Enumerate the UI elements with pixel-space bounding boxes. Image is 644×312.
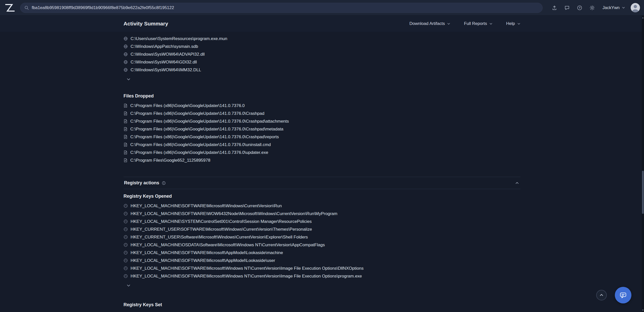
full-reports-menu[interactable]: Full Reports [464, 21, 493, 26]
registry-key-row[interactable]: HKEY_LOCAL_MACHINE\SOFTWARE\Microsoft\Wi… [124, 264, 520, 272]
files-dropped-list: C:\Program Files (x86)\Google\GoogleUpda… [124, 102, 520, 164]
registry-key-row[interactable]: HKEY_LOCAL_MACHINE\SYSTEM\ControlSet001\… [124, 218, 520, 225]
registry-key-row[interactable]: HKEY_LOCAL_MACHINE\SOFTWARE\Microsoft\Ap… [124, 249, 520, 257]
chevron-down-icon [127, 284, 131, 288]
registry-icon [124, 274, 128, 278]
registry-key-row[interactable]: HKEY_LOCAL_MACHINE\SOFTWARE\Microsoft\Wi… [124, 272, 520, 280]
dropped-file-path: C:\Program Files (x86)\Google\GoogleUpda… [130, 103, 245, 108]
dropped-file-row[interactable]: C:\Program Files (x86)\Google\GoogleUpda… [124, 110, 520, 117]
upload-button[interactable] [550, 3, 559, 13]
svg-text:?: ? [579, 6, 581, 9]
registry-key-row[interactable]: HKEY_LOCAL_MACHINE\OSDATA\Software\Micro… [124, 241, 520, 249]
registry-key-path: HKEY_CURRENT_USER\Software\Microsoft\Win… [131, 235, 308, 240]
file-path-row[interactable]: C:\Windows\SysWOW64\IMM32.DLL [124, 66, 520, 74]
help-menu-label: Help [506, 21, 515, 26]
chevron-up-icon [515, 181, 519, 185]
file-path-row[interactable]: C:\Windows\SysWOW64\ADVAPI32.dll [124, 50, 520, 58]
globe-icon [124, 60, 128, 64]
chevron-down-icon [127, 77, 131, 81]
dropped-file-row[interactable]: C:\Program Files\Google652_1125895978 [124, 156, 520, 164]
download-artifacts-menu[interactable]: Download Artifacts [410, 21, 451, 26]
registry-key-path: HKEY_LOCAL_MACHINE\SOFTWARE\Microsoft\Ap… [131, 250, 283, 255]
registry-key-row[interactable]: HKEY_CURRENT_USER\SOFTWARE\Microsoft\Win… [124, 225, 520, 233]
dropped-file-path: C:\Program Files (x86)\Google\GoogleUpda… [130, 127, 284, 132]
page-scrollbar[interactable]: ▴ ▾ [642, 16, 644, 312]
scrollbar-down-arrow[interactable]: ▾ [642, 309, 644, 311]
chevron-down-icon [447, 22, 450, 25]
registry-keys-opened-heading: Registry Keys Opened [124, 194, 520, 199]
dropped-file-path: C:\Program Files (x86)\Google\GoogleUpda… [130, 142, 271, 147]
globe-icon [124, 44, 128, 49]
registry-key-path: HKEY_LOCAL_MACHINE\SOFTWARE\Microsoft\Wi… [131, 203, 282, 209]
expand-files-accessed-button[interactable] [125, 76, 133, 82]
search-icon [24, 6, 29, 10]
registry-key-row[interactable]: HKEY_CURRENT_USER\Software\Microsoft\Win… [124, 233, 520, 241]
question-icon: ? [577, 5, 582, 11]
chat-button[interactable] [615, 287, 631, 303]
registry-keys-set-heading: Registry Keys Set [124, 302, 520, 307]
registry-key-row[interactable]: HKEY_LOCAL_MACHINE\SOFTWARE\Microsoft\Ap… [124, 257, 520, 264]
file-icon [124, 127, 128, 131]
logo-icon [5, 4, 15, 12]
file-path-row[interactable]: C:\Windows\AppPatch\sysmain.sdb [124, 43, 520, 50]
dropped-file-row[interactable]: C:\Program Files (x86)\Google\GoogleUpda… [124, 149, 520, 156]
upload-icon [552, 5, 557, 11]
report-content: C:\Users\user\SystemResources\program.ex… [124, 32, 520, 312]
download-artifacts-label: Download Artifacts [410, 21, 445, 26]
registry-icon [124, 251, 128, 255]
avatar[interactable] [631, 3, 640, 12]
registry-icon [124, 258, 128, 263]
chevron-down-icon [517, 22, 520, 25]
search-input[interactable] [32, 5, 538, 10]
activity-summary-header: Activity Summary Download Artifacts Full… [0, 16, 644, 32]
info-icon[interactable] [162, 181, 166, 185]
registry-key-path: HKEY_LOCAL_MACHINE\SOFTWARE\Microsoft\Ap… [131, 258, 275, 263]
registry-keys-opened-list: HKEY_LOCAL_MACHINE\SOFTWARE\Microsoft\Wi… [124, 202, 520, 280]
dropped-file-path: C:\Program Files (x86)\Google\GoogleUpda… [130, 150, 268, 155]
file-path-row[interactable]: C:\Windows\SysWOW64\GDI32.dll [124, 58, 520, 66]
username-label: JackYwn [602, 5, 620, 10]
user-menu[interactable]: JackYwn [600, 5, 628, 10]
file-icon [124, 158, 128, 162]
app-logo[interactable] [4, 3, 16, 13]
registry-icon [124, 212, 128, 216]
scrollbar-thumb[interactable] [642, 171, 644, 214]
chevron-down-icon [622, 6, 625, 9]
registry-icon [124, 219, 128, 224]
file-path: C:\Windows\SysWOW64\IMM32.DLL [131, 67, 201, 73]
file-icon [124, 135, 128, 139]
chevron-down-icon [489, 22, 493, 25]
dropped-file-row[interactable]: C:\Program Files (x86)\Google\GoogleUpda… [124, 117, 520, 125]
dropped-file-row[interactable]: C:\Program Files (x86)\Google\GoogleUpda… [124, 102, 520, 110]
registry-key-row[interactable]: HKEY_LOCAL_MACHINE\SOFTWARE\Microsoft\Wi… [124, 202, 520, 210]
dropped-file-row[interactable]: C:\Program Files (x86)\Google\GoogleUpda… [124, 141, 520, 149]
registry-key-path: HKEY_LOCAL_MACHINE\SOFTWARE\WOW6432Node\… [131, 211, 337, 216]
dropped-file-row[interactable]: C:\Program Files (x86)\Google\GoogleUpda… [124, 125, 520, 133]
scrollbar-up-arrow[interactable]: ▴ [642, 16, 644, 19]
registry-key-path: HKEY_LOCAL_MACHINE\OSDATA\Software\Micro… [131, 242, 325, 248]
help-button[interactable]: ? [575, 3, 584, 13]
registry-key-row[interactable]: HKEY_LOCAL_MACHINE\SOFTWARE\WOW6432Node\… [124, 210, 520, 218]
full-reports-label: Full Reports [464, 21, 487, 26]
expand-registry-keys-button[interactable] [125, 283, 133, 289]
chat-icon [619, 291, 627, 299]
file-path: C:\Windows\SysWOW64\ADVAPI32.dll [131, 52, 205, 57]
comment-icon [564, 5, 570, 11]
sun-icon [589, 5, 595, 11]
registry-actions-section-header: Registry actions [124, 177, 520, 189]
collapse-registry-section-button[interactable] [514, 180, 520, 186]
help-menu[interactable]: Help [506, 21, 520, 26]
hash-search-bar[interactable] [20, 3, 543, 13]
theme-toggle-button[interactable] [587, 3, 597, 13]
comments-button[interactable] [562, 3, 572, 13]
registry-key-path: HKEY_LOCAL_MACHINE\SYSTEM\ControlSet001\… [131, 219, 312, 224]
file-icon [124, 119, 128, 123]
file-path-row[interactable]: C:\Users\user\SystemResources\program.ex… [124, 35, 520, 43]
dropped-file-row[interactable]: C:\Program Files (x86)\Google\GoogleUpda… [124, 133, 520, 141]
globe-icon [124, 37, 128, 41]
file-icon [124, 150, 128, 155]
globe-icon [124, 68, 128, 72]
registry-icon [124, 235, 128, 239]
scroll-to-top-button[interactable] [596, 290, 607, 300]
chevron-up-icon [599, 293, 604, 297]
